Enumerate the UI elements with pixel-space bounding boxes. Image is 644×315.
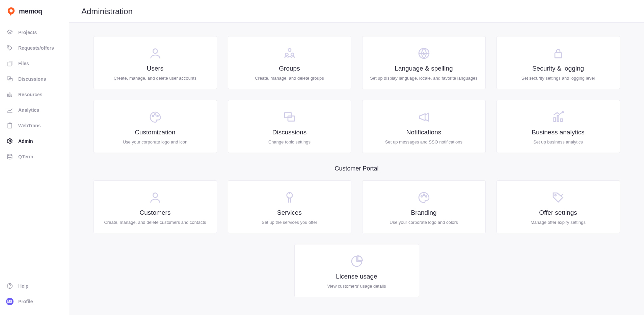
- sidebar-item-requests[interactable]: Requests/offers: [0, 41, 69, 55]
- sidebar-item-help[interactable]: Help: [0, 279, 69, 293]
- card-security[interactable]: Security & logging Set security settings…: [497, 36, 620, 89]
- content-area: Users Create, manage, and delete user ac…: [69, 23, 644, 315]
- svg-point-24: [155, 114, 156, 115]
- brand-mark-icon: [6, 6, 16, 16]
- svg-rect-28: [554, 118, 555, 122]
- palette-icon: [100, 109, 211, 125]
- card-desc: Manage offer expiry settings: [503, 220, 614, 225]
- card-desc: Create, manage, and delete groups: [234, 76, 345, 81]
- card-desc: Set security settings and logging level: [503, 76, 614, 81]
- sidebar-item-files[interactable]: Files: [0, 56, 69, 71]
- brand-logo[interactable]: memoq: [0, 6, 69, 24]
- sidebar-item-resources[interactable]: Resources: [0, 87, 69, 102]
- sidebar-item-label: Requests/offers: [18, 45, 54, 51]
- barchart-icon: [6, 91, 14, 98]
- sidebar-item-label: QTerm: [18, 154, 33, 159]
- sidebar-item-discussions[interactable]: Discussions: [0, 72, 69, 86]
- svg-rect-22: [555, 53, 562, 58]
- card-title: Offer settings: [503, 209, 614, 216]
- sidebar-item-analytics[interactable]: Analytics: [0, 103, 69, 117]
- svg-point-3: [8, 47, 9, 47]
- sidebar-item-projects[interactable]: Projects: [0, 25, 69, 40]
- card-groups[interactable]: Groups Create, manage, and delete groups: [228, 36, 351, 89]
- svg-point-1: [9, 9, 12, 12]
- sidebar-item-profile[interactable]: MS Profile: [0, 294, 69, 309]
- svg-point-37: [423, 194, 425, 195]
- card-title: Business analytics: [503, 129, 614, 136]
- card-notifications[interactable]: Notifications Set up messages and SSO no…: [362, 100, 486, 153]
- card-desc: View customers' usage details: [301, 284, 413, 289]
- gear-icon: [6, 137, 14, 145]
- svg-rect-9: [11, 95, 12, 97]
- card-desc: Use your corporate logo and colors: [369, 220, 479, 225]
- svg-marker-2: [7, 30, 12, 33]
- card-title: Services: [234, 209, 345, 216]
- sidebar-item-webtrans[interactable]: WebTrans: [0, 118, 69, 133]
- lock-icon: [503, 45, 614, 61]
- card-desc: Set up the services you offer: [234, 220, 345, 225]
- card-title: Customers: [100, 209, 211, 216]
- sidebar-item-label: Files: [18, 61, 29, 66]
- globe-icon: [369, 45, 479, 61]
- card-customization[interactable]: Customization Use your corporate logo an…: [93, 100, 217, 153]
- palette-icon: [369, 189, 479, 206]
- sidebar-item-admin[interactable]: Admin: [0, 134, 69, 149]
- sidebar-item-label: Profile: [18, 299, 33, 304]
- svg-point-39: [555, 194, 556, 196]
- discussion-icon: [234, 109, 345, 125]
- section-heading-customer-portal: Customer Portal: [93, 165, 620, 172]
- svg-point-13: [9, 140, 11, 142]
- svg-rect-30: [560, 119, 562, 122]
- svg-rect-4: [8, 62, 11, 66]
- card-language[interactable]: Language & spelling Set up display langu…: [362, 36, 486, 89]
- page-title: Administration: [81, 7, 632, 16]
- card-users[interactable]: Users Create, manage, and delete user ac…: [93, 36, 217, 89]
- card-title: License usage: [301, 273, 413, 280]
- svg-rect-29: [557, 115, 559, 122]
- card-grid-customer-portal: Customers Create, manage, and delete cus…: [93, 180, 620, 233]
- svg-point-36: [421, 196, 422, 197]
- group-icon: [234, 45, 345, 61]
- card-title: Notifications: [369, 129, 479, 136]
- sidebar-item-label: Resources: [18, 92, 43, 97]
- card-desc: Set up display language, locale, and fav…: [369, 76, 479, 81]
- chat-icon: [6, 75, 14, 83]
- card-desc: Create, manage, and delete user accounts: [100, 76, 211, 81]
- svg-point-20: [291, 53, 294, 56]
- help-icon: [6, 282, 14, 290]
- card-offer-settings[interactable]: Offer settings Manage offer expiry setti…: [497, 180, 620, 233]
- avatar: MS: [6, 298, 14, 305]
- trend-icon: [6, 106, 14, 114]
- card-title: Groups: [234, 65, 345, 72]
- svg-point-19: [285, 53, 288, 56]
- card-title: Security & logging: [503, 65, 614, 72]
- card-desc: Create, manage, and delete customers and…: [100, 220, 211, 225]
- sidebar-item-qterm[interactable]: QTerm: [0, 149, 69, 164]
- card-title: Language & spelling: [369, 65, 479, 72]
- card-discussions[interactable]: Discussions Change topic settings: [228, 100, 351, 153]
- sidebar-item-label: Discussions: [18, 76, 46, 82]
- card-business-analytics[interactable]: Business analytics Set up business analy…: [497, 100, 620, 153]
- sidebar-item-label: Help: [18, 283, 28, 289]
- customer-icon: [100, 189, 211, 206]
- svg-point-32: [153, 193, 157, 198]
- brand-name: memoq: [19, 7, 42, 15]
- svg-point-38: [425, 196, 427, 197]
- card-customers[interactable]: Customers Create, manage, and delete cus…: [93, 180, 217, 233]
- layers-icon: [6, 29, 14, 36]
- topbar: Administration: [69, 0, 644, 23]
- sidebar-item-label: Projects: [18, 30, 37, 35]
- clipboard-icon: [6, 122, 14, 129]
- svg-point-17: [153, 49, 157, 53]
- sidebar: memoq Projects Requests/offers Files Dis…: [0, 0, 69, 315]
- wrench-icon: [234, 189, 345, 206]
- card-services[interactable]: Services Set up the services you offer: [228, 180, 351, 233]
- card-license-usage[interactable]: License usage View customers' usage deta…: [294, 244, 419, 297]
- card-desc: Use your corporate logo and icon: [100, 139, 211, 145]
- card-desc: Change topic settings: [234, 139, 345, 145]
- card-branding[interactable]: Branding Use your corporate logo and col…: [362, 180, 486, 233]
- svg-point-25: [157, 115, 158, 117]
- svg-rect-7: [7, 94, 8, 97]
- card-grid-license: License usage View customers' usage deta…: [294, 244, 419, 297]
- sidebar-nav: Projects Requests/offers Files Discussio…: [0, 24, 69, 165]
